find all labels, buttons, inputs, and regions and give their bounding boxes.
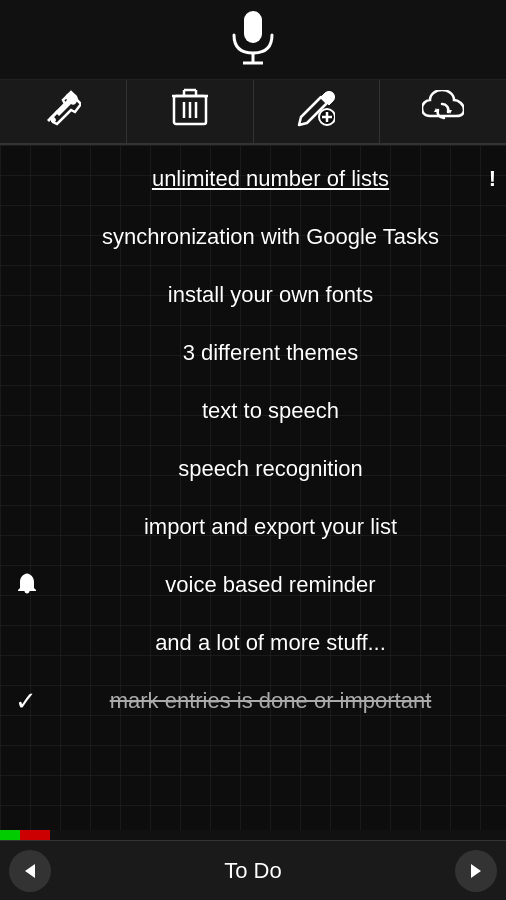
features-list: · unlimited number of lists ! · synchron… (0, 145, 506, 830)
feature-text-themes: 3 different themes (50, 339, 491, 368)
trash-icon (172, 88, 208, 135)
next-arrow-circle (455, 850, 497, 892)
svg-point-3 (52, 118, 56, 122)
alert-icon: ! (489, 166, 496, 192)
svg-marker-15 (25, 864, 35, 878)
svg-rect-0 (244, 11, 262, 43)
progress-empty (50, 830, 506, 840)
feature-text-sr: speech recognition (50, 455, 491, 484)
delete-button[interactable] (127, 80, 254, 143)
feature-text-fonts: install your own fonts (50, 281, 491, 310)
feature-text-tts: text to speech (50, 397, 491, 426)
toolbar (0, 80, 506, 145)
nav-title: To Do (60, 858, 446, 884)
list-item: · synchronization with Google Tasks (0, 208, 506, 266)
feature-text-reminder: voice based reminder (50, 571, 491, 600)
sync-button[interactable] (380, 80, 506, 143)
progress-bar (0, 830, 506, 840)
prev-arrow-circle (9, 850, 51, 892)
list-item: · and a lot of more stuff... (0, 614, 506, 672)
list-item: voice based reminder (0, 556, 506, 614)
next-button[interactable] (446, 841, 506, 900)
microphone-icon (230, 9, 276, 71)
feature-text-mark: mark entries is done or important (50, 687, 491, 716)
progress-green (0, 830, 20, 840)
wrench-icon (45, 90, 81, 133)
edit-add-button[interactable] (254, 80, 381, 143)
list-item: · text to speech (0, 382, 506, 440)
feature-text-sync: synchronization with Google Tasks (50, 223, 491, 252)
feature-text-import: import and export your list (50, 513, 491, 542)
list-item: · install your own fonts (0, 266, 506, 324)
bottom-navigation: To Do (0, 840, 506, 900)
pencil-plus-icon (297, 89, 335, 134)
list-item: · unlimited number of lists ! (0, 150, 506, 208)
bell-icon (15, 570, 50, 600)
settings-button[interactable] (0, 80, 127, 143)
feature-text-more: and a lot of more stuff... (50, 629, 491, 658)
feature-text-unlimited: unlimited number of lists (50, 165, 491, 194)
list-item: ✓ mark entries is done or important (0, 672, 506, 730)
list-item: · import and export your list (0, 498, 506, 556)
header-bar (0, 0, 506, 80)
list-item: · speech recognition (0, 440, 506, 498)
cloud-sync-icon (422, 90, 464, 133)
list-item: · 3 different themes (0, 324, 506, 382)
checkmark-icon: ✓ (15, 686, 50, 717)
prev-button[interactable] (0, 841, 60, 900)
svg-marker-16 (471, 864, 481, 878)
progress-red (20, 830, 50, 840)
